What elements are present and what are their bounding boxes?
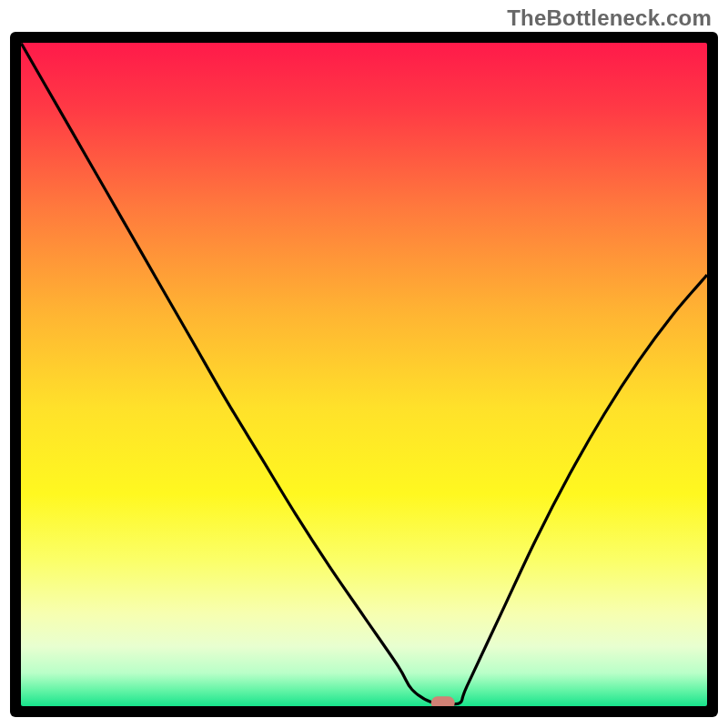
chart-plot-area [21,43,707,706]
gradient-background [21,43,707,706]
attribution-text: TheBottleneck.com [507,5,712,31]
optimal-marker [431,696,455,706]
bottleneck-chart-svg [21,43,707,706]
chart-frame [10,32,718,717]
